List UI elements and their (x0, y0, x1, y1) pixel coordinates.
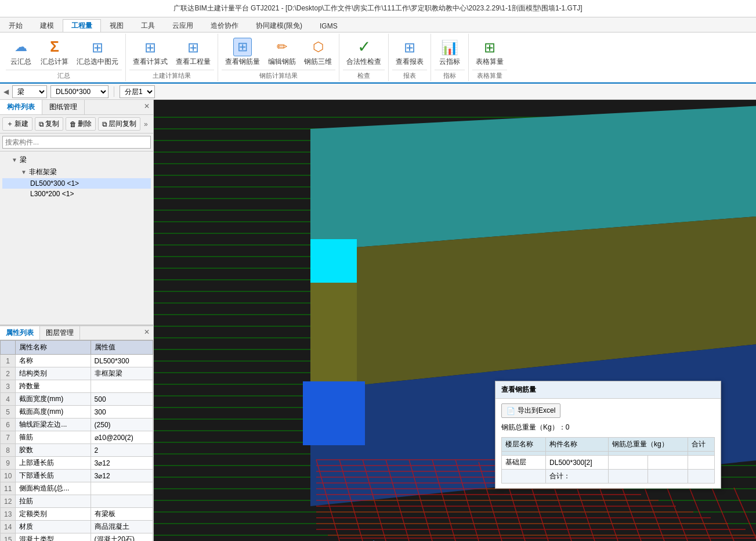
property-table: 属性名称 属性值 1名称DL500*300 2结构类别非框架梁 3跨数量 4截面… (0, 340, 153, 541)
type-dropdown[interactable]: 梁 (12, 85, 47, 98)
search-row (0, 134, 153, 152)
rebar-buttons: ⊞ 查看钢筋量 ✏ 编辑钢筋 ⬡ 钢筋三维 (222, 35, 335, 70)
report-buttons: ⊞ 查看报表 (392, 35, 427, 70)
tab-model[interactable]: 建模 (31, 19, 63, 32)
layer-copy-icon: ⧉ (102, 120, 107, 128)
cloud-total-button[interactable]: ☁ 云汇总 (6, 36, 36, 68)
tab-component-list[interactable]: 构件列表 (0, 100, 42, 114)
component-actions: ＋ 新建 ⧉ 复制 🗑 删除 ⧉ 层间复制 » (0, 115, 153, 134)
ribbon-group-check: ✓ 合法性检查 检查 (339, 34, 389, 81)
ribbon-group-civil: ⊞ 查看计算式 ⊞ 查看工程量 土建计算结果 (126, 34, 218, 81)
prop-row: 5截面高度(mm)300 (1, 406, 153, 419)
col-component-header: 构件名称 (546, 438, 609, 452)
prop-row: 13定额类别有梁板 (1, 508, 153, 521)
chart-icon: 📊 (440, 38, 459, 56)
export-excel-button[interactable]: 📄 导出到Excel (501, 403, 560, 418)
secondary-toolbar: ◀ 梁 DL500*300 分层1 (0, 84, 756, 100)
tab-tools[interactable]: 工具 (132, 19, 164, 32)
prop-row: 3跨数量 (1, 380, 153, 393)
tab-cloud[interactable]: 云应用 (164, 19, 202, 32)
prop-row: 2结构类别非框架梁 (1, 367, 153, 380)
edit-rebar-button[interactable]: ✏ 编辑钢筋 (265, 36, 299, 68)
prop-row: 9上部通长筋3⌀12 (1, 457, 153, 470)
prop-row: 15混凝土类型(混凝土20石) (1, 533, 153, 542)
delete-button[interactable]: 🗑 删除 (66, 117, 96, 131)
civil-label: 土建计算结果 (129, 70, 214, 80)
col-weight-header: 钢筋总重量（kg） (608, 438, 688, 452)
search-component-input[interactable] (2, 136, 151, 149)
component-panel-tabs: 构件列表 图纸管理 ✕ (0, 100, 153, 115)
svg-rect-43 (303, 381, 365, 445)
popup-action-row: 📄 导出到Excel (501, 403, 715, 418)
property-panel-close[interactable]: ✕ (140, 326, 153, 340)
view-report-button[interactable]: ⊞ 查看报表 (392, 36, 427, 68)
property-scroll[interactable]: 属性名称 属性值 1名称DL500*300 2结构类别非框架梁 3跨数量 4截面… (0, 340, 153, 541)
new-button[interactable]: ＋ 新建 (2, 117, 32, 131)
viewport-3d[interactable]: Z 查看钢筋量 📄 导出到Excel 钢筋总重量（Kg）：0 (154, 100, 756, 541)
tab-pricing[interactable]: 造价协作 (202, 19, 247, 32)
more-actions-btn[interactable]: » (144, 120, 148, 128)
layer-copy-button[interactable]: ⧉ 层间复制 (98, 117, 140, 131)
non-frame-arrow: ▼ (21, 169, 27, 175)
name-dropdown[interactable]: DL500*300 (50, 85, 108, 98)
prop-row: 6轴线距梁左边...(250) (1, 419, 153, 431)
view-formula-button[interactable]: ⊞ 查看计算式 (129, 36, 171, 68)
separator-1 (114, 86, 114, 97)
table-calc-button[interactable]: ⊞ 表格算量 (472, 36, 507, 68)
left-container: 构件列表 图纸管理 ✕ ＋ 新建 ⧉ 复制 🗑 删除 ⧉ (0, 100, 154, 541)
rebar-label: 钢筋计算结果 (222, 70, 335, 80)
property-panel-tabs: 属性列表 图层管理 ✕ (0, 326, 153, 340)
tree-non-frame-beam[interactable]: ▼ 非框架梁 (2, 166, 151, 178)
new-icon: ＋ (6, 119, 13, 129)
prop-row: 14材质商品混凝土 (1, 521, 153, 533)
component-tree: ▼ 梁 ▼ 非框架梁 DL500*300 <1> L300*200 <1> (0, 152, 153, 324)
view-rebar-button[interactable]: ⊞ 查看钢筋量 (222, 36, 263, 68)
rebar-total-info: 钢筋总重量（Kg）：0 (501, 423, 715, 432)
title-text: 广联达BIM土建计量平台 GTJ2021 - [D:\Desktop\工作文件\… (173, 3, 582, 13)
sub-weight-cell (648, 456, 688, 470)
cloud-icon: ☁ (12, 38, 30, 56)
tree-dl500[interactable]: DL500*300 <1> (2, 178, 151, 189)
rebar-view-icon: ⊞ (233, 38, 252, 56)
table-calc-label: 表格算量 (472, 70, 507, 80)
select-calc-button[interactable]: ⊞ 汇总选中图元 (73, 36, 122, 68)
tab-drawing-manage[interactable]: 图纸管理 (42, 100, 85, 114)
cloud-index-button[interactable]: 📊 云指标 (435, 36, 465, 68)
formula-icon: ⊞ (141, 38, 160, 56)
summary-buttons: ☁ 云汇总 Σ 汇总计算 ⊞ 汇总选中图元 (6, 35, 122, 70)
index-label: 指标 (435, 70, 465, 80)
layer-dropdown[interactable]: 分层1 (120, 85, 155, 98)
property-panel: 属性列表 图层管理 ✕ 属性名称 属性值 1名称DL500*300 2 (0, 326, 153, 541)
tab-layer-manage[interactable]: 图层管理 (40, 326, 80, 340)
prop-row: 10下部通长筋3⌀12 (1, 470, 153, 482)
tab-quantity[interactable]: 工程量 (63, 19, 101, 32)
tab-view[interactable]: 视图 (101, 19, 132, 32)
tab-collab[interactable]: 协同建模(限免) (247, 19, 311, 32)
copy-button[interactable]: ⧉ 复制 (35, 117, 63, 131)
tree-l300[interactable]: L300*200 <1> (2, 189, 151, 199)
popup-content: 📄 导出到Excel 钢筋总重量（Kg）：0 楼层名称 构件名称 钢筋总重量（k… (495, 399, 721, 488)
prop-row: 1名称DL500*300 (1, 355, 153, 367)
prop-row: 7箍筋⌀10@200(2) (1, 431, 153, 444)
view-quantity-button[interactable]: ⊞ 查看工程量 (172, 36, 214, 68)
ribbon-toolbar: ☁ 云汇总 Σ 汇总计算 ⊞ 汇总选中图元 汇总 ⊞ 查看计算式 ⊞ 查看工程量 (0, 33, 756, 84)
summary-label: 汇总 (6, 70, 122, 80)
check-label: 检查 (343, 70, 385, 80)
table-calc-buttons: ⊞ 表格算量 (472, 35, 507, 70)
calc-total-button[interactable]: Σ 汇总计算 (37, 36, 72, 68)
weight-cell (608, 456, 648, 470)
tab-igms[interactable]: IGMS (311, 19, 346, 32)
legality-button[interactable]: ✓ 合法性检查 (343, 36, 385, 68)
svg-rect-41 (310, 239, 357, 283)
rebar-3d-button[interactable]: ⬡ 钢筋三维 (301, 36, 335, 68)
edit-icon: ✏ (273, 38, 291, 56)
component-panel-close[interactable]: ✕ (140, 100, 153, 114)
ribbon-group-summary: ☁ 云汇总 Σ 汇总计算 ⊞ 汇总选中图元 汇总 (2, 34, 126, 81)
tab-property-list[interactable]: 属性列表 (0, 326, 40, 340)
rebar-popup-dialog: 查看钢筋量 📄 导出到Excel 钢筋总重量（Kg）：0 楼层名称 (495, 381, 721, 489)
total-cell (688, 456, 714, 470)
popup-title: 查看钢筋量 (495, 381, 721, 399)
tab-start[interactable]: 开始 (0, 19, 31, 32)
tree-beam[interactable]: ▼ 梁 (2, 154, 151, 166)
toolbar-arrow-left[interactable]: ◀ (3, 88, 9, 96)
